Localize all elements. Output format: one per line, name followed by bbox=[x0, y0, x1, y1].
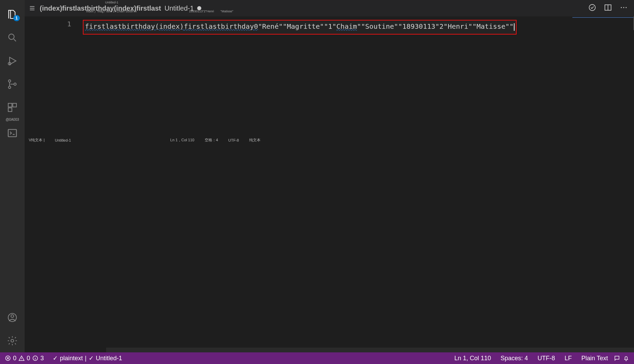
editor-actions bbox=[588, 3, 634, 13]
more-actions-icon[interactable] bbox=[620, 3, 628, 13]
status-lint-file: Untitled-1 bbox=[89, 354, 122, 362]
breadcrumb[interactable]: (index)firstlastbirthday(index)firstlast bbox=[40, 4, 161, 12]
run-debug-icon[interactable] bbox=[4, 53, 21, 69]
status-errors-count: 0 bbox=[13, 355, 16, 362]
svg-point-15 bbox=[623, 7, 624, 8]
terminal-icon[interactable] bbox=[4, 125, 21, 141]
status-encoding[interactable]: UTF-8 bbox=[534, 355, 558, 362]
status-indent[interactable]: Spaces: 4 bbox=[497, 355, 531, 362]
inner-status-row: V纯文本 | Untitled-1 Ln 1，Col 110 空格：4 UTF-… bbox=[29, 138, 261, 143]
tab-untitled[interactable]: Untitled-1 bbox=[165, 4, 202, 12]
tab-bar: (index)firstlastbirthday(index)firstlast… bbox=[25, 0, 634, 16]
svg-point-0 bbox=[9, 34, 14, 39]
account-id-label: @0A003 bbox=[5, 118, 19, 121]
svg-point-12 bbox=[589, 4, 595, 11]
status-problems[interactable]: 0 0 3 bbox=[5, 355, 44, 362]
horizontal-scrollbar-track[interactable] bbox=[106, 348, 634, 352]
app-root: 1 @0A003 bbox=[0, 0, 634, 364]
svg-rect-8 bbox=[8, 129, 16, 136]
status-bar: 0 0 3 plaintext | Untitled-1 Ln 1, Col 1… bbox=[0, 352, 634, 364]
text-cursor bbox=[514, 23, 515, 31]
explorer-icon[interactable]: 1 bbox=[4, 6, 21, 23]
account-icon[interactable] bbox=[4, 309, 21, 326]
svg-point-10 bbox=[11, 315, 14, 317]
svg-point-3 bbox=[9, 86, 11, 89]
svg-rect-6 bbox=[13, 103, 16, 107]
status-info-count: 3 bbox=[40, 355, 44, 362]
horizontal-scrollbar[interactable] bbox=[25, 348, 634, 352]
menu-icon[interactable] bbox=[29, 5, 36, 12]
search-icon[interactable] bbox=[4, 29, 21, 46]
tab-label: Untitled-1 bbox=[165, 4, 194, 12]
dirty-indicator-icon bbox=[197, 6, 201, 10]
svg-point-14 bbox=[621, 7, 622, 8]
tab-hover-title: Untitled-1 bbox=[105, 1, 118, 4]
inner-status-encoding[interactable]: UTF-8 bbox=[228, 138, 239, 142]
minimap[interactable] bbox=[572, 16, 634, 348]
minimap-line-marker bbox=[572, 17, 634, 18]
inner-status-indent[interactable]: 空格：4 bbox=[205, 138, 218, 143]
source-control-icon[interactable] bbox=[4, 76, 21, 92]
activity-bar: 1 @0A003 bbox=[0, 0, 25, 352]
inner-status-lang[interactable]: 纯文本 bbox=[249, 138, 261, 143]
main-row: 1 @0A003 bbox=[0, 0, 634, 352]
status-lint[interactable]: plaintext | Untitled-1 bbox=[53, 354, 122, 362]
status-language[interactable]: Plain Text bbox=[578, 355, 611, 362]
status-bell-icon[interactable] bbox=[623, 355, 629, 361]
editor-body: 1 firstlastbirthday(index)firstlastbirth… bbox=[25, 16, 634, 348]
svg-point-11 bbox=[11, 339, 14, 342]
status-cursor-pos[interactable]: Ln 1, Col 110 bbox=[451, 355, 494, 362]
extensions-icon[interactable] bbox=[4, 99, 21, 116]
status-eol[interactable]: LF bbox=[561, 355, 575, 362]
svg-rect-5 bbox=[8, 103, 12, 107]
inner-status-mode[interactable]: V纯文本 | bbox=[29, 138, 45, 143]
inner-status-pos[interactable]: Ln 1，Col 110 bbox=[170, 138, 194, 143]
line-number: 1 bbox=[25, 20, 71, 28]
line-gutter: 1 bbox=[25, 16, 83, 348]
editor-column: (index)firstlastbirthday(index)firstlast… bbox=[25, 0, 634, 352]
inner-status-file[interactable]: Untitled-1 bbox=[55, 138, 71, 142]
status-lint-sep: | bbox=[85, 355, 87, 362]
svg-rect-7 bbox=[8, 108, 12, 112]
status-warnings-count: 0 bbox=[27, 355, 30, 362]
code-line-1: firstlastbirthday(index)firstlastbirthda… bbox=[83, 20, 517, 35]
status-feedback-icon[interactable] bbox=[614, 355, 620, 361]
svg-point-4 bbox=[14, 83, 16, 86]
status-lint-mode: plaintext bbox=[53, 354, 83, 362]
split-editor-icon[interactable] bbox=[604, 3, 612, 13]
svg-point-2 bbox=[9, 80, 11, 82]
run-checklist-icon[interactable] bbox=[588, 3, 596, 13]
explorer-badge: 1 bbox=[13, 15, 20, 21]
settings-gear-icon[interactable] bbox=[4, 333, 21, 349]
svg-point-16 bbox=[625, 7, 626, 8]
tab-hover-subtext3: "Matisse" bbox=[220, 10, 233, 13]
code-area[interactable]: firstlastbirthday(index)firstlastbirthda… bbox=[83, 16, 572, 348]
